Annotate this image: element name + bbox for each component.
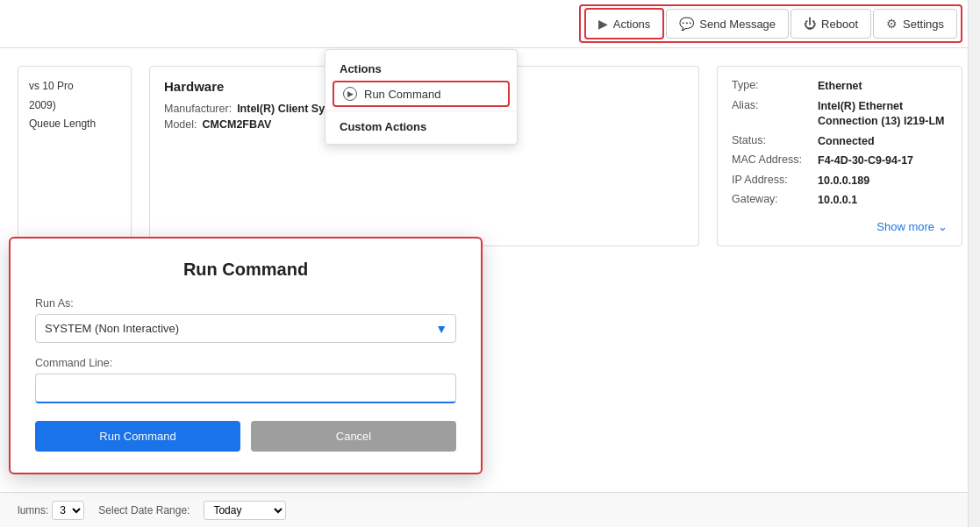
net-gateway-label: Gateway: — [732, 193, 811, 209]
actions-button[interactable]: ▶ Actions — [584, 8, 665, 39]
net-alias-row: Alias: Intel(R) Ethernet Connection (13)… — [732, 99, 948, 130]
net-type-row: Type: Ethernet — [732, 79, 948, 95]
page-background: ▶ Actions 💬 Send Message ⏻ Reboot ⚙ Sett… — [0, 0, 980, 527]
net-mac-value: F4-4D-30-C9-94-17 — [818, 153, 913, 169]
actions-button-label: Actions — [613, 18, 651, 31]
net-gateway-value: 10.0.0.1 — [818, 193, 857, 209]
dropdown-actions-title: Actions — [325, 57, 517, 79]
net-status-row: Status: Connected — [732, 134, 948, 150]
play-circle-icon: ▶ — [598, 17, 608, 31]
actions-dropdown: Actions ▶ Run Command Custom Actions — [325, 49, 518, 145]
net-alias-value: Intel(R) Ethernet Connection (13) I219-L… — [818, 99, 948, 130]
cancel-button-label: Cancel — [336, 430, 371, 443]
net-status-value: Connected — [818, 134, 875, 150]
command-line-label: Command Line: — [35, 357, 456, 369]
power-icon: ⏻ — [804, 17, 816, 31]
manufacturer-label: Manufacturer: — [164, 103, 232, 115]
net-ip-row: IP Address: 10.0.0.189 — [732, 174, 948, 189]
gear-icon: ⚙ — [886, 17, 898, 31]
columns-label: lumns: — [18, 504, 48, 516]
toolbar-group: ▶ Actions 💬 Send Message ⏻ Reboot ⚙ Sett… — [579, 4, 962, 43]
send-message-label: Send Message — [699, 18, 776, 31]
run-command-modal: Run Command Run As: SYSTEM (Non Interact… — [9, 237, 483, 474]
run-as-select-wrapper: SYSTEM (Non Interactive) Current User ▼ — [35, 314, 456, 343]
dropdown-divider — [325, 110, 517, 111]
left-card: vs 10 Pro 2009) Queue Length — [18, 66, 132, 246]
date-range-select[interactable]: Today This Week This Month — [204, 501, 286, 520]
net-type-value: Ethernet — [818, 79, 862, 95]
net-type-label: Type: — [732, 79, 811, 95]
net-status-label: Status: — [732, 134, 811, 150]
settings-label: Settings — [903, 18, 944, 31]
network-card: Type: Ethernet Alias: Intel(R) Ethernet … — [717, 66, 962, 246]
cancel-button[interactable]: Cancel — [251, 421, 456, 452]
left-card-line2: 2009) — [29, 96, 120, 116]
net-ip-label: IP Address: — [732, 174, 811, 189]
dropdown-run-command-item[interactable]: ▶ Run Command — [333, 81, 510, 107]
settings-button[interactable]: ⚙ Settings — [873, 9, 957, 39]
show-more-link[interactable]: Show more ⌄ — [732, 213, 948, 233]
net-ip-value: 10.0.0.189 — [818, 174, 869, 189]
run-as-select[interactable]: SYSTEM (Non Interactive) Current User — [35, 314, 456, 343]
date-range-label: Select Date Range: — [98, 504, 190, 516]
run-command-icon: ▶ — [343, 87, 357, 101]
columns-section: lumns: 3 4 5 — [18, 501, 84, 520]
run-command-button[interactable]: Run Command — [35, 421, 240, 452]
run-as-label: Run As: — [35, 297, 456, 310]
left-card-line1: vs 10 Pro — [29, 77, 120, 96]
scrollbar[interactable] — [968, 0, 980, 527]
net-gateway-row: Gateway: 10.0.0.1 — [732, 193, 948, 209]
dropdown-run-command-label: Run Command — [364, 88, 440, 101]
modal-title: Run Command — [35, 260, 456, 280]
model-value: CMCM2FBAV — [203, 118, 272, 131]
chevron-down-icon: ⌄ — [938, 220, 948, 233]
left-card-line3: Queue Length — [29, 115, 120, 134]
model-label: Model: — [164, 118, 197, 131]
net-mac-row: MAC Address: F4-4D-30-C9-94-17 — [732, 153, 948, 169]
bottom-bar: lumns: 3 4 5 Select Date Range: Today Th… — [0, 492, 980, 527]
command-line-input[interactable] — [35, 374, 456, 403]
reboot-button[interactable]: ⏻ Reboot — [790, 9, 871, 39]
dropdown-custom-actions-title: Custom Actions — [325, 115, 517, 137]
send-message-button[interactable]: 💬 Send Message — [666, 9, 789, 39]
net-mac-label: MAC Address: — [732, 153, 811, 169]
columns-select[interactable]: 3 4 5 — [52, 501, 84, 520]
toolbar: ▶ Actions 💬 Send Message ⏻ Reboot ⚙ Sett… — [0, 0, 980, 48]
run-command-button-label: Run Command — [99, 430, 175, 443]
reboot-label: Reboot — [821, 18, 858, 31]
net-alias-label: Alias: — [732, 99, 811, 130]
message-icon: 💬 — [679, 17, 694, 31]
show-more-label: Show more — [876, 220, 934, 233]
modal-buttons: Run Command Cancel — [35, 421, 456, 452]
